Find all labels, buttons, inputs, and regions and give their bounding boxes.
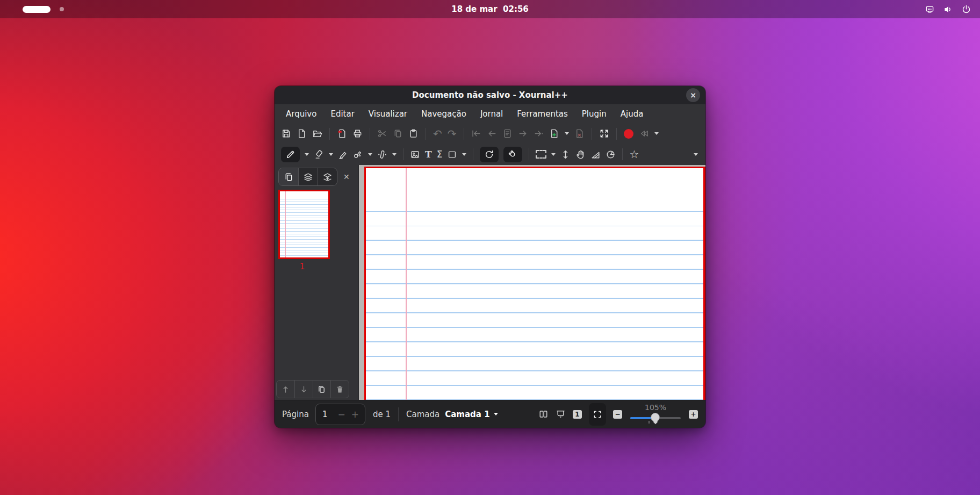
new-page-icon[interactable]	[549, 128, 559, 139]
new-page-dropdown-caret-icon[interactable]	[565, 132, 569, 135]
presentation-icon[interactable]	[556, 409, 566, 419]
favorite-star-icon[interactable]: ☆	[629, 149, 639, 160]
title-bar[interactable]: Documento não salvo - Xournal++ ×	[275, 86, 705, 104]
workspace-dot[interactable]	[60, 7, 64, 11]
zoom-in-icon[interactable]: +	[689, 410, 698, 419]
toolbar-overflow-caret-icon[interactable]	[694, 153, 698, 156]
network-icon	[925, 4, 935, 15]
hand-tool-icon[interactable]	[575, 149, 586, 160]
paste-icon[interactable]	[408, 128, 419, 139]
shapes-dropdown-caret-icon[interactable]	[462, 153, 466, 156]
rewind-audio-icon[interactable]	[639, 128, 649, 139]
copy-icon[interactable]	[393, 128, 403, 139]
eraser-tool-icon[interactable]	[314, 149, 324, 160]
shape-recognizer-dropdown-caret-icon[interactable]	[368, 153, 372, 156]
page-overview-icon[interactable]	[502, 128, 513, 139]
sidebar-tab-bar: ✕	[278, 168, 358, 186]
menu-plugin[interactable]: Plugin	[575, 109, 614, 119]
dashed-rect-icon	[536, 150, 546, 159]
delete-page-icon[interactable]	[574, 128, 585, 139]
spline-tool-icon[interactable]	[377, 149, 387, 160]
math-tex-icon[interactable]: Σ	[437, 150, 443, 159]
zoom-slider-thumb[interactable]	[651, 413, 660, 422]
snap-magnet-button[interactable]	[503, 147, 522, 162]
draw-shapes-icon[interactable]	[447, 149, 457, 160]
open-icon[interactable]	[312, 128, 322, 139]
record-audio-button[interactable]	[624, 129, 633, 139]
toolbar-separator	[622, 148, 623, 160]
menu-ferramentas[interactable]: Ferramentas	[510, 109, 575, 119]
menu-visualizar[interactable]: Visualizar	[362, 109, 414, 119]
copy-page-button[interactable]	[313, 381, 331, 398]
cut-icon[interactable]	[377, 128, 387, 139]
menu-jornal[interactable]: Jornal	[473, 109, 510, 119]
menu-arquivo[interactable]: Arquivo	[279, 109, 323, 119]
zoom-slider[interactable]: 105%	[629, 403, 682, 426]
page-spinbox[interactable]: 1 − +	[315, 404, 365, 425]
fullscreen-icon[interactable]	[599, 128, 609, 139]
text-tool-icon[interactable]: T	[425, 150, 432, 159]
move-page-down-button[interactable]	[294, 381, 313, 398]
pen-tool-button[interactable]	[281, 147, 300, 162]
tab-page-previews[interactable]	[279, 168, 298, 185]
insert-image-icon[interactable]	[410, 149, 420, 160]
eraser-dropdown-caret-icon[interactable]	[329, 153, 333, 156]
tab-layer-preview[interactable]	[318, 168, 337, 185]
sidebar-page-actions	[276, 380, 349, 398]
spline-dropdown-caret-icon[interactable]	[392, 153, 397, 156]
selection-dropdown-caret-icon[interactable]	[551, 153, 556, 156]
close-button[interactable]: ×	[686, 88, 700, 102]
clock[interactable]: 18 de mar 02:56	[451, 0, 529, 18]
zoom-100-icon[interactable]: 1	[573, 410, 582, 419]
zoom-fit-icon[interactable]	[589, 403, 606, 426]
last-page-icon[interactable]	[534, 128, 544, 139]
sidebar-close-icon[interactable]: ✕	[343, 173, 350, 181]
zoom-slider-tick	[648, 421, 650, 424]
toolbar-separator	[403, 148, 403, 160]
vertical-space-icon[interactable]	[560, 149, 571, 160]
sidebar: ✕ 1	[275, 165, 359, 400]
move-page-up-button[interactable]	[277, 381, 294, 398]
redo-icon[interactable]: ↷	[448, 128, 457, 139]
new-document-icon[interactable]	[297, 128, 307, 139]
rotate-tool-button[interactable]	[480, 147, 499, 162]
toolbar-main: ↶ ↷	[275, 124, 705, 144]
previous-page-icon[interactable]	[487, 128, 497, 139]
menu-editar[interactable]: Editar	[323, 109, 361, 119]
audio-dropdown-caret-icon[interactable]	[654, 132, 659, 135]
next-page-icon[interactable]	[518, 128, 528, 139]
toolbar-separator	[329, 128, 330, 140]
workspace-pill[interactable]	[23, 6, 51, 13]
power-icon	[961, 4, 971, 15]
dual-page-icon[interactable]	[538, 409, 549, 419]
record-icon	[624, 129, 633, 139]
tab-layers[interactable]	[298, 168, 318, 185]
export-pdf-icon[interactable]	[337, 128, 347, 139]
toolbar-tools: T Σ ☆	[275, 144, 705, 165]
save-icon[interactable]	[281, 128, 291, 139]
page-increment-button[interactable]: +	[351, 409, 359, 420]
pen-dropdown-caret-icon[interactable]	[305, 153, 309, 156]
shape-recognizer-icon[interactable]	[353, 149, 363, 160]
layer-dropdown-value: Camada 1	[445, 410, 489, 419]
layer-dropdown[interactable]: Camada 1	[445, 410, 498, 419]
print-icon[interactable]	[352, 128, 363, 139]
page-spinbox-value[interactable]: 1	[322, 410, 338, 419]
zoom-out-icon[interactable]: −	[613, 410, 622, 419]
delete-page-button[interactable]	[330, 381, 349, 398]
toolbar-separator	[529, 148, 529, 160]
document-page[interactable]	[364, 167, 705, 400]
compass-icon[interactable]	[606, 149, 616, 160]
select-rectangle-icon[interactable]	[536, 150, 546, 159]
document-canvas[interactable]	[359, 165, 705, 400]
undo-icon[interactable]: ↶	[433, 128, 442, 139]
menu-navegacao[interactable]: Navegação	[414, 109, 473, 119]
highlighter-tool-icon[interactable]	[338, 149, 348, 160]
first-page-icon[interactable]	[471, 128, 481, 139]
page-thumbnail[interactable]	[278, 190, 330, 259]
system-tray[interactable]	[925, 4, 971, 15]
zoom-percent-label: 105%	[629, 403, 682, 412]
setsquare-icon[interactable]	[590, 149, 601, 160]
menu-ajuda[interactable]: Ajuda	[614, 109, 651, 119]
page-decrement-button[interactable]: −	[337, 409, 345, 420]
